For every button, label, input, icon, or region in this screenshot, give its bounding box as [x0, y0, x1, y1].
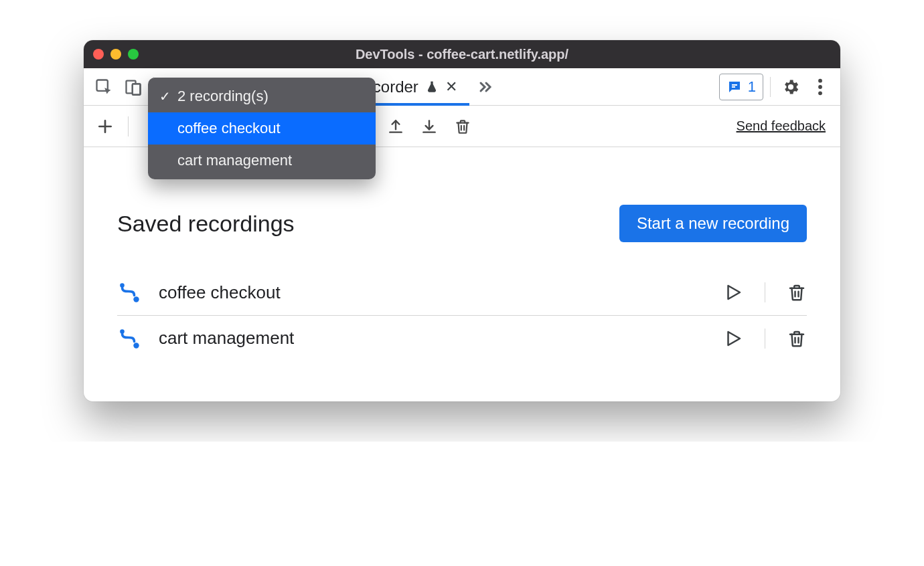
heading-row: Saved recordings Start a new recording — [117, 205, 807, 242]
recordings-list: coffee checkout — [117, 269, 807, 361]
new-recording-button[interactable] — [90, 112, 120, 141]
window-zoom-button[interactable] — [128, 49, 139, 60]
svg-rect-4 — [732, 84, 737, 86]
dropdown-summary-label: 2 recording(s) — [177, 88, 268, 105]
devtools-window: DevTools - coffee-cart.netlify.app/ Elem… — [84, 40, 840, 401]
issues-icon — [726, 79, 743, 95]
svg-point-8 — [818, 91, 822, 95]
delete-recording-button[interactable] — [787, 328, 807, 349]
dropdown-item-label: coffee checkout — [177, 120, 281, 137]
recording-row[interactable]: coffee checkout — [117, 270, 807, 315]
flask-icon — [425, 80, 439, 94]
inspect-element-icon[interactable] — [90, 74, 117, 100]
divider — [765, 328, 765, 349]
export-button[interactable] — [381, 112, 410, 141]
divider — [770, 77, 771, 97]
recording-name: coffee checkout — [159, 282, 706, 303]
dropdown-item-label: cart management — [177, 152, 292, 169]
window-title: DevTools - coffee-cart.netlify.app/ — [84, 47, 840, 62]
recording-name: cart management — [159, 328, 706, 349]
device-toolbar-icon[interactable] — [120, 74, 147, 100]
recorder-content: Saved recordings Start a new recording c… — [84, 147, 840, 401]
window-close-button[interactable] — [93, 49, 104, 60]
traffic-lights — [93, 49, 139, 60]
divider — [765, 282, 765, 302]
flow-icon — [117, 280, 141, 304]
more-tabs-icon[interactable] — [472, 74, 499, 100]
svg-point-7 — [818, 85, 822, 89]
titlebar: DevTools - coffee-cart.netlify.app/ — [84, 40, 840, 68]
recording-row[interactable]: cart management — [117, 315, 807, 361]
send-feedback-link[interactable]: Send feedback — [737, 118, 834, 134]
svg-rect-2 — [133, 84, 141, 94]
divider — [128, 116, 129, 136]
issues-count: 1 — [748, 78, 756, 96]
check-icon: ✓ — [157, 88, 172, 104]
more-options-button[interactable] — [807, 74, 834, 100]
delete-button[interactable] — [448, 112, 477, 141]
dropdown-item[interactable]: cart management — [148, 145, 376, 177]
issues-button[interactable]: 1 — [719, 74, 763, 100]
svg-rect-5 — [732, 86, 735, 88]
svg-point-6 — [818, 78, 822, 82]
play-recording-button[interactable] — [723, 328, 743, 349]
recordings-dropdown: ✓ 2 recording(s) coffee checkout cart ma… — [148, 78, 376, 179]
play-recording-button[interactable] — [723, 282, 743, 302]
close-icon[interactable]: ✕ — [445, 80, 457, 94]
import-button[interactable] — [414, 112, 444, 141]
page-heading: Saved recordings — [117, 211, 295, 237]
window-minimize-button[interactable] — [110, 49, 121, 60]
start-recording-label: Start a new recording — [637, 214, 789, 233]
settings-button[interactable] — [777, 74, 804, 100]
delete-recording-button[interactable] — [787, 282, 807, 302]
svg-point-10 — [133, 296, 139, 302]
flow-icon — [117, 326, 141, 351]
dropdown-summary-item[interactable]: ✓ 2 recording(s) — [148, 80, 376, 112]
svg-point-12 — [133, 343, 139, 348]
start-recording-button[interactable]: Start a new recording — [619, 205, 807, 242]
dropdown-item[interactable]: coffee checkout — [148, 112, 376, 145]
